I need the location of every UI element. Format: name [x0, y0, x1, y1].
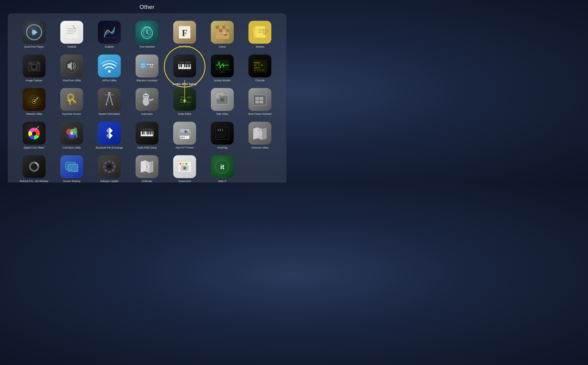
audiomidi-icon [136, 122, 158, 145]
svg-rect-157 [151, 129, 152, 130]
svg-rect-67 [189, 62, 190, 63]
app-diskutility[interactable]: Disk Utility [204, 86, 241, 118]
app-automator[interactable]: Automator [128, 86, 166, 118]
bluetooth-svg [101, 125, 118, 141]
svg-point-63 [180, 62, 181, 63]
app-scripteditor[interactable]: tell app do end tell Script Editor [166, 86, 204, 118]
app-bluetooth[interactable]: Bluetooth File Exchange [90, 120, 128, 151]
app-activitymonitor[interactable]: Activity Monitor [204, 53, 241, 84]
colorimeter-label: Digital Color Meter [24, 146, 44, 150]
app-voiceover[interactable]: VoiceOver Utility [53, 53, 90, 84]
svg-point-54 [142, 64, 143, 65]
airport-icon [98, 55, 121, 77]
app-directory[interactable]: Directory Utility [241, 120, 279, 151]
app-keychain[interactable]: Keychain Access [53, 86, 90, 118]
screenshot-svg [176, 158, 193, 175]
app-audiomidi[interactable]: Audio MIDI Setup [128, 120, 166, 151]
app-stickies[interactable]: Lisa 555-79-61 Eggs Milk Stickies [241, 19, 279, 50]
bluetooth-icon [98, 122, 121, 145]
svg-rect-156 [150, 129, 150, 130]
app-refresh[interactable]: Refresh Fro...der Window [15, 154, 53, 182]
voiceover-icon [60, 55, 83, 77]
app-imagecapture[interactable]: Image Capture [15, 53, 53, 84]
fontbook-svg: F [176, 24, 193, 41]
automator-svg [139, 91, 155, 108]
app-migration[interactable]: Migration Assistant [128, 53, 166, 84]
app-timemachine[interactable]: Time Machine [128, 19, 166, 50]
scripteditor-icon: tell app do end tell [173, 88, 196, 111]
app-screenshot[interactable]: Screenshot [166, 154, 204, 182]
app-assettag[interactable]: NYT AssetTag [204, 120, 241, 151]
bootcamp-label: Boot Camp Assistant [248, 112, 272, 116]
app-bootcamp[interactable]: Boot Camp Assistant [241, 86, 279, 118]
app-grapher[interactable]: Grapher [90, 19, 128, 50]
svg-rect-208 [114, 166, 116, 167]
textedit-svg [63, 24, 80, 41]
app-chess[interactable]: Chess [204, 19, 241, 50]
svg-rect-21 [219, 26, 222, 29]
console-svg: WARNI AY 7:36 ERROR at line 42 [252, 58, 268, 74]
softwareupdate-label: Software Update [100, 180, 118, 182]
svg-rect-25 [219, 29, 222, 32]
svg-rect-172 [151, 131, 153, 134]
automator-icon [136, 88, 158, 111]
systeminfo-label: System Information [99, 112, 120, 116]
app-airport[interactable]: AirPort Utility [90, 53, 128, 84]
adbinder-svg [139, 158, 155, 175]
svg-point-59 [150, 64, 151, 65]
app-fontbook[interactable]: F Font Book [166, 19, 204, 50]
app-empty [241, 154, 279, 182]
svg-point-132 [222, 99, 223, 100]
highlight-label: Audio MIDI Setup [173, 82, 197, 86]
svg-text:Milk: Milk [263, 33, 266, 35]
app-systeminfo[interactable]: System Information [90, 86, 128, 118]
app-audiomidi-highlighted[interactable]: Audio MIDI Setup [166, 53, 204, 84]
svg-point-55 [144, 64, 144, 65]
svg-point-60 [152, 64, 153, 65]
app-adbinder[interactable]: ADBinder [128, 154, 166, 182]
screenshot-icon [173, 155, 196, 178]
svg-point-154 [145, 129, 146, 130]
addnyt-label: Add NYT Printer [176, 146, 194, 150]
svg-point-101 [37, 98, 38, 99]
softwareupdate-svg [101, 158, 118, 175]
app-network[interactable]: Network Utility [15, 86, 53, 118]
systeminfo-icon [98, 88, 121, 111]
app-textedit[interactable]: TextEdit [53, 19, 90, 50]
svg-line-142 [37, 126, 39, 129]
app-helloit[interactable]: it Hello IT [204, 154, 241, 182]
svg-rect-136 [255, 97, 259, 100]
svg-point-141 [32, 132, 36, 136]
svg-rect-81 [188, 64, 189, 67]
diskutility-svg [214, 91, 231, 108]
svg-point-222 [182, 163, 185, 165]
directory-label: Directory Utility [252, 146, 268, 150]
svg-rect-46 [29, 62, 32, 65]
bootcamp-icon [248, 88, 271, 111]
svg-text:it: it [220, 163, 224, 171]
timemachine-label: Time Machine [139, 45, 155, 49]
adbinder-label: ADBinder [142, 180, 152, 182]
svg-text:NYT: NYT [180, 136, 185, 139]
app-screensharing[interactable]: Screen Sharing [53, 154, 90, 182]
screensharing-icon [60, 155, 83, 178]
app-quicktime[interactable]: QuickTime Player [15, 19, 53, 50]
app-colorsync[interactable]: ColorSync Utility [53, 120, 90, 151]
svg-point-103 [69, 95, 72, 99]
app-console[interactable]: WARNI AY 7:36 ERROR at line 42 Console [241, 53, 279, 84]
svg-rect-20 [216, 26, 219, 29]
assettag-label: AssetTag [217, 146, 227, 150]
app-softwareupdate[interactable]: Software Update [90, 154, 128, 182]
screensharing-label: Screen Sharing [63, 180, 80, 182]
quicktime-svg [26, 24, 42, 41]
stickies-icon: Lisa 555-79-61 Eggs Milk [248, 21, 271, 44]
stickies-label: Stickies [256, 45, 264, 49]
addnyt-svg: NYT [176, 125, 193, 141]
svg-point-117 [143, 93, 149, 99]
app-addnyt[interactable]: NYT Add NYT Printer [166, 120, 204, 151]
app-colorimeter[interactable]: Digital Color Meter [15, 120, 53, 151]
grapher-label: Grapher [105, 45, 114, 49]
svg-point-45 [33, 66, 34, 67]
quicktime-icon [23, 21, 46, 44]
svg-rect-170 [148, 131, 149, 134]
